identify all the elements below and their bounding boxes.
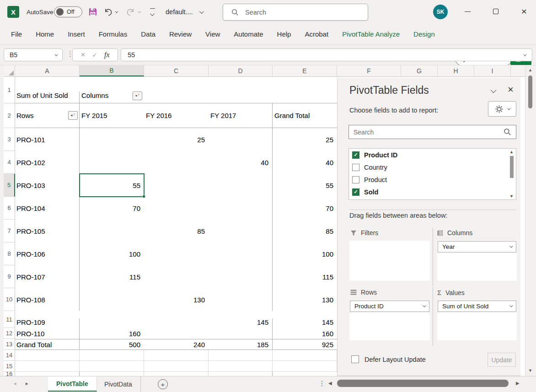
tab-design[interactable]: Design <box>413 30 435 38</box>
undo-dropdown-icon[interactable] <box>115 10 118 13</box>
cell[interactable]: 40 <box>273 151 337 174</box>
cell-b2[interactable]: FY 2015 <box>80 103 144 128</box>
values-drop-area[interactable]: Sum of Unit Sold <box>437 300 517 340</box>
cell[interactable]: 500 <box>80 339 144 349</box>
row-header-4[interactable]: 4 <box>4 151 15 174</box>
tools-button[interactable] <box>488 101 516 117</box>
row-header-10[interactable]: 10 <box>4 288 15 311</box>
cell[interactable]: 85 <box>144 220 209 242</box>
cell[interactable] <box>80 350 144 360</box>
cell[interactable] <box>144 361 209 371</box>
cell[interactable] <box>273 372 337 376</box>
row-header-12[interactable]: 12 <box>4 328 15 339</box>
close-button[interactable]: × <box>514 2 535 21</box>
sheet-nav-left-icon[interactable]: ◂ <box>14 381 16 387</box>
rows-field-pill[interactable]: Product ID <box>350 301 429 312</box>
cell[interactable]: 145 <box>273 318 337 328</box>
undo-button[interactable] <box>103 7 117 16</box>
columns-field-pill[interactable]: Year <box>438 241 516 252</box>
field-item-country[interactable]: Country <box>349 161 516 173</box>
col-header-h[interactable]: H <box>438 65 474 76</box>
maximize-button[interactable] <box>485 2 506 21</box>
cell[interactable]: 40 <box>209 151 273 174</box>
col-header-f[interactable]: F <box>337 65 401 76</box>
cell[interactable] <box>144 328 209 339</box>
col-header-e[interactable]: E <box>273 65 337 76</box>
cell[interactable] <box>144 197 209 220</box>
cell[interactable] <box>273 361 337 371</box>
cell[interactable]: 25 <box>144 128 209 151</box>
field-list-scrollbar[interactable]: ▲ ▼ <box>509 150 515 199</box>
pill-chevron-icon[interactable] <box>509 304 513 307</box>
defer-checkbox[interactable] <box>351 355 359 363</box>
col-header-i[interactable]: I <box>474 65 511 76</box>
sheet-nav-right-icon[interactable]: ▸ <box>26 381 28 387</box>
scroll-down-icon[interactable]: ▼ <box>528 368 532 373</box>
row-label-cell[interactable]: PRO-110 <box>15 328 80 339</box>
fill-handle[interactable] <box>142 195 145 198</box>
tab-insert[interactable]: Insert <box>68 30 85 38</box>
scroll-up-icon[interactable]: ▲ <box>509 150 514 154</box>
cell[interactable]: 115 <box>80 265 144 288</box>
cell[interactable] <box>209 220 273 242</box>
row-header-8[interactable]: 8 <box>4 242 15 265</box>
checkbox-checked-icon[interactable]: ✓ <box>352 151 359 159</box>
cell[interactable] <box>209 174 273 197</box>
pane-collapse-icon[interactable] <box>491 87 497 93</box>
cell[interactable]: 160 <box>273 328 337 339</box>
cell[interactable] <box>80 128 144 151</box>
row-header-16[interactable]: 16 <box>4 372 15 376</box>
cell[interactable]: 240 <box>144 339 209 349</box>
name-box[interactable]: B5 <box>4 48 63 61</box>
cell-a1[interactable]: Sum of Unit Sold <box>15 91 80 103</box>
tab-file[interactable]: File <box>11 30 22 38</box>
hscroll-left-icon[interactable]: ◀ <box>328 381 332 386</box>
cell[interactable] <box>80 151 144 174</box>
account-avatar[interactable]: SK <box>433 5 448 19</box>
row-header-3[interactable]: 3 <box>4 128 15 151</box>
cell[interactable] <box>15 372 80 376</box>
insert-function-button[interactable]: fx <box>104 51 110 59</box>
cell[interactable]: 100 <box>80 242 144 265</box>
tab-review[interactable]: Review <box>169 30 192 38</box>
cell[interactable]: 130 <box>144 288 209 311</box>
cell-c2[interactable]: FY 2016 <box>144 103 209 128</box>
columns-filter-button[interactable]: ▾↑ <box>133 91 142 100</box>
cell[interactable] <box>209 128 273 151</box>
cell[interactable]: 25 <box>273 128 337 151</box>
row-header-13[interactable]: 13 <box>4 339 15 350</box>
tab-automate[interactable]: Automate <box>234 30 263 38</box>
cell[interactable]: 115 <box>273 265 337 288</box>
cell[interactable]: 55 <box>273 174 337 197</box>
cell[interactable] <box>144 174 209 197</box>
cell[interactable] <box>209 288 273 311</box>
new-sheet-button[interactable]: + <box>158 379 168 389</box>
cell-b1[interactable]: Columns ▾↑ <box>80 91 144 103</box>
row-header-7[interactable]: 7 <box>4 220 15 242</box>
tab-help[interactable]: Help <box>277 30 291 38</box>
field-item-product[interactable]: Product <box>349 173 516 186</box>
cell[interactable] <box>144 265 209 288</box>
cell-a2[interactable]: Rows ▾↑ <box>15 103 80 128</box>
values-field-pill[interactable]: Sum of Unit Sold <box>438 301 516 312</box>
cell[interactable]: 185 <box>209 339 273 349</box>
tab-acrobat[interactable]: Acrobat <box>305 30 328 38</box>
row-header-6[interactable]: 6 <box>4 197 15 220</box>
cell[interactable] <box>80 372 144 376</box>
excel-app-icon[interactable]: X <box>7 6 19 18</box>
search-box[interactable]: Search <box>223 4 368 21</box>
row-label-cell[interactable]: PRO-107 <box>15 265 80 288</box>
scroll-down-icon[interactable]: ▼ <box>509 194 514 199</box>
tab-pivottable-analyze[interactable]: PivotTable Analyze <box>342 30 400 38</box>
cell-d2[interactable]: FY 2017 <box>209 103 273 128</box>
scroll-up-icon[interactable]: ▲ <box>528 68 532 72</box>
cell[interactable]: 100 <box>273 242 337 265</box>
row-header-14[interactable]: 14 <box>4 350 15 361</box>
cell[interactable]: 70 <box>273 197 337 220</box>
customize-toolbar-button[interactable] <box>149 8 155 17</box>
pane-close-icon[interactable]: × <box>508 84 514 96</box>
tab-view[interactable]: View <box>205 30 220 38</box>
cell[interactable] <box>209 361 273 371</box>
tab-formulas[interactable]: Formulas <box>99 30 128 38</box>
cell[interactable] <box>80 361 144 371</box>
